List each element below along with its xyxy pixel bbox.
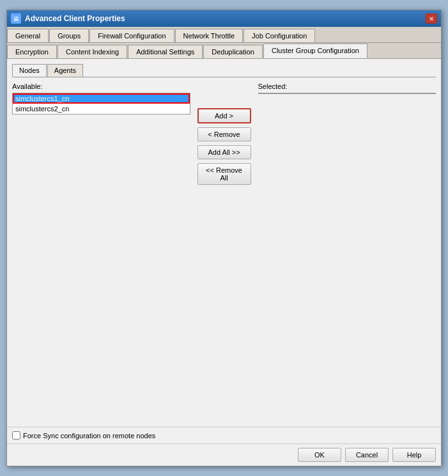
- dual-list-area: Available: simclustercs1_cn simclustercs…: [12, 83, 436, 422]
- force-sync-label[interactable]: Force Sync configuration on remote nodes: [12, 431, 155, 440]
- selected-panel: Selected:: [258, 83, 436, 94]
- tab-encryption[interactable]: Encryption: [7, 45, 57, 58]
- available-list[interactable]: simclustercs1_cn simclustercs2_cn: [12, 93, 190, 115]
- inner-tab-bar: Nodes Agents: [12, 64, 436, 77]
- force-sync-text: Force Sync configuration on remote nodes: [23, 432, 155, 440]
- help-button[interactable]: Help: [392, 448, 436, 462]
- add-all-button[interactable]: Add All >>: [197, 145, 251, 159]
- add-button[interactable]: Add >: [197, 108, 251, 123]
- tab-row-2: Encryption Content Indexing Additional S…: [7, 43, 441, 59]
- tab-additional-settings[interactable]: Additional Settings: [128, 45, 203, 58]
- tab-deduplication[interactable]: Deduplication: [203, 45, 263, 58]
- tab-cluster-group[interactable]: Cluster Group Configuration: [263, 44, 367, 58]
- title-bar: 🖥 Advanced Client Properties ✕: [7, 10, 441, 27]
- available-label: Available:: [12, 83, 190, 90]
- remove-button[interactable]: < Remove: [197, 127, 251, 141]
- app-icon: 🖥: [11, 13, 21, 24]
- close-button[interactable]: ✕: [426, 13, 437, 24]
- middle-buttons: Add > < Remove Add All >> << Remove All: [196, 83, 253, 185]
- available-panel: Available: simclustercs1_cn simclustercs…: [12, 83, 190, 115]
- tab-groups[interactable]: Groups: [49, 29, 89, 42]
- inner-tab-nodes[interactable]: Nodes: [12, 64, 47, 77]
- window-title: Advanced Client Properties: [25, 14, 125, 23]
- list-item[interactable]: simclustercs2_cn: [13, 104, 190, 114]
- tab-general[interactable]: General: [7, 29, 49, 42]
- selected-list[interactable]: [258, 93, 436, 94]
- cancel-button[interactable]: Cancel: [345, 448, 389, 462]
- dialog-footer: OK Cancel Help: [7, 443, 441, 466]
- bottom-area: Force Sync configuration on remote nodes: [7, 427, 441, 443]
- tab-job-config[interactable]: Job Configuration: [243, 29, 315, 42]
- tab-row-1: General Groups Firewall Configuration Ne…: [7, 27, 441, 43]
- force-sync-checkbox[interactable]: [12, 431, 20, 440]
- tab-firewall[interactable]: Firewall Configuration: [89, 29, 174, 42]
- content-area: Nodes Agents Available: simclustercs1_cn…: [7, 59, 441, 427]
- main-window: 🖥 Advanced Client Properties ✕ General G…: [6, 10, 442, 466]
- inner-tab-agents[interactable]: Agents: [47, 64, 83, 77]
- selected-label: Selected:: [258, 83, 436, 90]
- list-item[interactable]: simclustercs1_cn: [13, 93, 190, 104]
- tab-network-throttle[interactable]: Network Throttle: [175, 29, 243, 42]
- ok-button[interactable]: OK: [298, 448, 341, 462]
- tab-content-indexing[interactable]: Content Indexing: [58, 45, 127, 58]
- remove-all-button[interactable]: << Remove All: [197, 163, 251, 185]
